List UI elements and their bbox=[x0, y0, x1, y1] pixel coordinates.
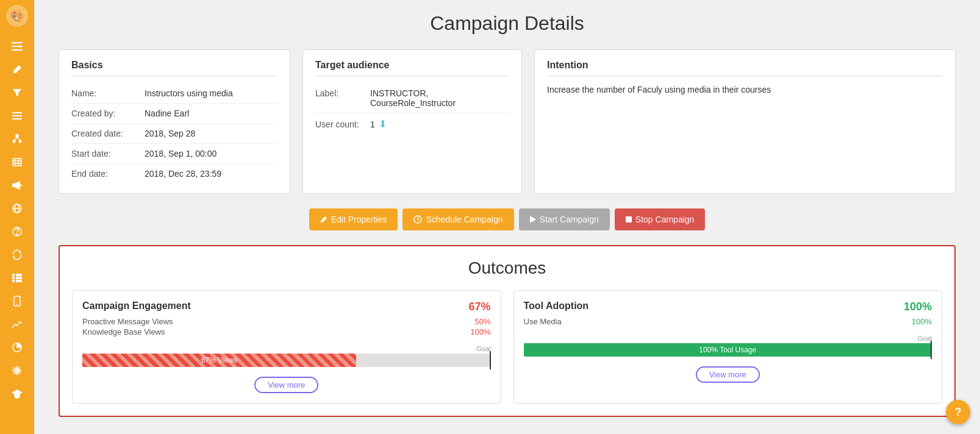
engagement-goal-label: Goal bbox=[82, 345, 491, 352]
megaphone-icon[interactable] bbox=[7, 176, 27, 195]
target-title: Target audience bbox=[315, 60, 509, 76]
svg-rect-36 bbox=[626, 216, 632, 222]
pie-chart-icon[interactable] bbox=[7, 338, 27, 357]
help-icon: ? bbox=[955, 406, 962, 419]
adoption-title: Tool Adoption bbox=[524, 301, 589, 311]
download-icon[interactable]: ⬇ bbox=[379, 118, 387, 130]
svg-rect-27 bbox=[16, 277, 22, 279]
outcomes-box: Outcomes Campaign Engagement 67% Proacti… bbox=[59, 245, 956, 417]
engagement-bar-label: 67% Views bbox=[201, 356, 237, 365]
tool-adoption-card: Tool Adoption 100% Use Media 100% Goal 1… bbox=[513, 290, 943, 404]
intention-card: Intention Increase the number of Faculy … bbox=[534, 49, 956, 194]
adoption-sub-pct-1: 100% bbox=[912, 317, 932, 326]
funnel-icon[interactable] bbox=[7, 83, 27, 102]
svg-rect-0 bbox=[12, 42, 23, 43]
field-created-by-label: Created by: bbox=[71, 108, 145, 118]
engagement-overall-pct: 67% bbox=[468, 301, 490, 313]
page-title: Campaign Details bbox=[59, 12, 956, 35]
engagement-sub-label-2: Knowledge Base Views bbox=[82, 327, 165, 336]
table-icon[interactable] bbox=[7, 152, 27, 172]
items-icon[interactable] bbox=[7, 268, 27, 288]
adoption-header: Tool Adoption 100% bbox=[524, 301, 932, 313]
schedule-campaign-button[interactable]: Schedule Campaign bbox=[402, 208, 513, 230]
engagement-title: Campaign Engagement bbox=[82, 301, 191, 311]
adoption-goal-line bbox=[931, 341, 932, 359]
engagement-progress-track: 67% Views bbox=[82, 354, 491, 367]
svg-rect-25 bbox=[16, 274, 22, 276]
adoption-goal-label: Goal bbox=[524, 335, 932, 342]
mobile-icon[interactable] bbox=[7, 291, 27, 311]
stop-campaign-button[interactable]: Stop Campaign bbox=[615, 208, 706, 230]
intention-text: Increase the number of Faculy using medi… bbox=[547, 84, 943, 96]
engagement-sub-row-1: Proactive Message Views 50% bbox=[82, 317, 491, 326]
field-name: Name: Instructors using media bbox=[71, 84, 277, 104]
field-start-date: Start date: 2018, Sep 1, 00:00 bbox=[71, 144, 277, 164]
svg-point-3 bbox=[13, 42, 16, 44]
outcomes-cards: Campaign Engagement 67% Proactive Messag… bbox=[72, 290, 942, 404]
field-start-date-value: 2018, Sep 1, 00:00 bbox=[145, 149, 216, 158]
campaign-engagement-card: Campaign Engagement 67% Proactive Messag… bbox=[72, 290, 501, 404]
list-icon[interactable] bbox=[7, 106, 27, 126]
engagement-view-more-link[interactable]: View more bbox=[254, 377, 318, 393]
main-content: Campaign Details Basics Name: Instructor… bbox=[34, 0, 980, 434]
chart-line-icon[interactable] bbox=[7, 315, 27, 334]
edit-properties-button[interactable]: Edit Properties bbox=[309, 208, 398, 230]
engagement-progress-area: Goal 67% Views bbox=[82, 345, 491, 367]
help-button[interactable]: ? bbox=[946, 400, 970, 424]
field-name-value: Instructors using media bbox=[145, 88, 233, 98]
field-created-date: Created date: 2018, Sep 28 bbox=[71, 124, 277, 144]
adoption-sub-label-1: Use Media bbox=[524, 317, 562, 326]
sync-icon[interactable] bbox=[7, 245, 27, 265]
target-label-label: Label: bbox=[315, 88, 370, 108]
field-end-date-label: End date: bbox=[71, 169, 145, 179]
svg-rect-24 bbox=[12, 274, 15, 276]
svg-marker-35 bbox=[530, 216, 536, 223]
target-label-value: INSTRUCTOR, CourseRole_Instructor bbox=[370, 88, 509, 108]
question-icon[interactable] bbox=[7, 222, 27, 241]
svg-rect-26 bbox=[12, 277, 15, 279]
engagement-goal-line bbox=[490, 351, 491, 369]
puppet-icon[interactable] bbox=[7, 129, 27, 149]
logo-icon[interactable]: 🎨 bbox=[6, 5, 28, 27]
start-button-label: Start Campaign bbox=[540, 215, 599, 224]
globe-icon[interactable] bbox=[7, 199, 27, 218]
svg-rect-29 bbox=[16, 280, 22, 282]
field-name-label: Name: bbox=[71, 88, 145, 98]
svg-rect-1 bbox=[12, 46, 23, 47]
svg-rect-14 bbox=[13, 158, 21, 166]
filter-icon[interactable] bbox=[7, 37, 27, 56]
stop-button-label: Stop Campaign bbox=[635, 215, 695, 224]
graduation-icon[interactable] bbox=[7, 384, 27, 404]
adoption-bar-label: 100% Tool Usage bbox=[699, 346, 756, 354]
outcomes-title: Outcomes bbox=[72, 258, 942, 278]
user-count-label: User count: bbox=[315, 119, 370, 129]
user-count-number: 1 bbox=[370, 119, 375, 129]
engagement-sub-label-1: Proactive Message Views bbox=[82, 317, 173, 326]
schedule-button-label: Schedule Campaign bbox=[426, 215, 503, 224]
basics-card: Basics Name: Instructors using media Cre… bbox=[59, 49, 290, 194]
adoption-view-more-container: View more bbox=[524, 366, 932, 383]
field-created-date-label: Created date: bbox=[71, 129, 145, 138]
field-created-by-value: Nadine Earl bbox=[145, 108, 189, 118]
user-count-row: User count: 1 ⬇ bbox=[315, 113, 509, 135]
field-created-by: Created by: Nadine Earl bbox=[71, 104, 277, 124]
edit-icon[interactable] bbox=[7, 60, 27, 79]
svg-point-23 bbox=[16, 234, 18, 235]
start-campaign-button[interactable]: Start Campaign bbox=[519, 208, 610, 230]
intention-title: Intention bbox=[547, 60, 943, 76]
settings-icon[interactable] bbox=[7, 361, 27, 380]
svg-point-9 bbox=[15, 134, 19, 138]
target-audience-card: Target audience Label: INSTRUCTOR, Cours… bbox=[302, 49, 522, 194]
engagement-progress-bar: 67% Views bbox=[82, 354, 356, 367]
svg-rect-6 bbox=[12, 112, 22, 113]
engagement-view-more-container: View more bbox=[82, 377, 491, 393]
adoption-view-more-link[interactable]: View more bbox=[696, 366, 760, 383]
adoption-progress-area: Goal 100% Tool Usage bbox=[524, 335, 932, 357]
svg-rect-28 bbox=[12, 280, 15, 282]
svg-point-4 bbox=[18, 45, 21, 48]
engagement-header: Campaign Engagement 67% bbox=[82, 301, 491, 313]
basics-title: Basics bbox=[71, 60, 277, 76]
svg-line-12 bbox=[14, 138, 17, 140]
adoption-progress-track: 100% Tool Usage bbox=[524, 343, 932, 357]
svg-point-5 bbox=[15, 49, 17, 51]
